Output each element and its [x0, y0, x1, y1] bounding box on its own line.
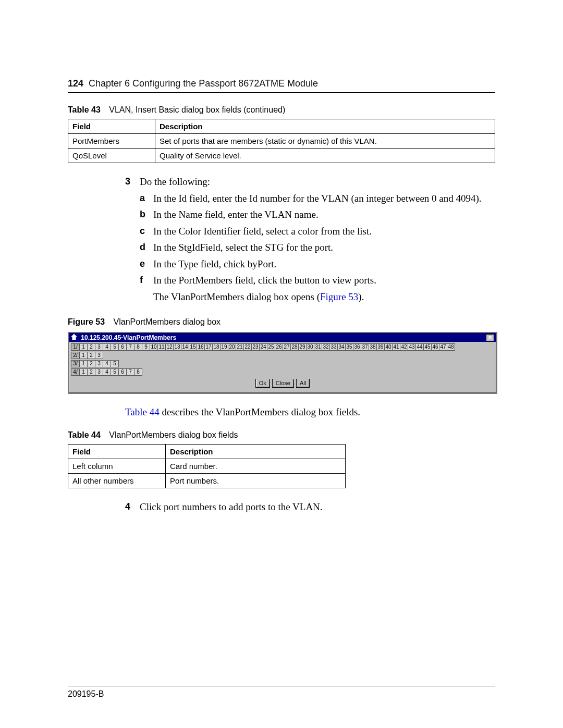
port-cell[interactable]: 28 [290, 343, 299, 351]
port-cell[interactable]: 18 [212, 343, 221, 351]
port-cell[interactable]: 17 [204, 343, 213, 351]
vlanportmembers-dialog: 10.125.200.45-VlanPortMembers ✕ 1/ 12345… [68, 332, 497, 394]
step-3b-text: In the Name field, enter the VLAN name. [153, 207, 319, 222]
port-cell[interactable]: 31 [314, 343, 322, 351]
table-row: All other numbers Port numbers. [68, 474, 346, 488]
port-cell[interactable]: 3 [95, 352, 103, 359]
port-cell[interactable]: 5 [111, 368, 119, 376]
step-3b-letter: b [140, 207, 153, 222]
port-cell[interactable]: 36 [353, 343, 361, 351]
port-cell[interactable]: 8 [134, 343, 142, 351]
port-cell[interactable]: 14 [181, 343, 189, 351]
port-cell[interactable]: 22 [243, 343, 252, 351]
dialog-body: 1/ 1234567891011121314151617181920212223… [69, 342, 496, 393]
dialog-buttons: Ok Close All [71, 377, 494, 390]
port-cell[interactable]: 11 [157, 343, 166, 351]
port-cell[interactable]: 7 [126, 368, 134, 376]
table-44-lead-in: Table 44 describes the VlanPortMembers d… [125, 406, 495, 418]
port-cell[interactable]: 25 [267, 343, 275, 351]
port-row-1: 1/ 1234567891011121314151617181920212223… [71, 343, 494, 351]
figure-53-caption-text: VlanPortMembers dialog box [114, 317, 221, 326]
port-cell[interactable]: 47 [439, 343, 447, 351]
port-cell[interactable]: 42 [400, 343, 408, 351]
port-cell[interactable]: 9 [142, 343, 150, 351]
table-44-r1c0: All other numbers [68, 474, 166, 488]
table-row: PortMembers Set of ports that are member… [68, 134, 495, 149]
port-cell[interactable]: 34 [337, 343, 346, 351]
running-head: 124 Chapter 6 Configuring the Passport 8… [68, 78, 495, 93]
port-cell[interactable]: 5 [111, 360, 119, 367]
port-cell[interactable]: 20 [228, 343, 236, 351]
step-3c-text: In the Color Identifier field, select a … [153, 224, 372, 239]
port-cell[interactable]: 3 [95, 360, 103, 367]
port-cell[interactable]: 12 [165, 343, 174, 351]
port-cell[interactable]: 5 [111, 343, 119, 351]
home-icon [71, 334, 77, 340]
port-cell[interactable]: 10 [150, 343, 158, 351]
port-cell[interactable]: 33 [329, 343, 338, 351]
port-cell[interactable]: 44 [415, 343, 424, 351]
dialog-title-left: 10.125.200.45-VlanPortMembers [71, 334, 176, 341]
figure-53-link[interactable]: Figure 53 [320, 291, 358, 302]
port-cell[interactable]: 2 [87, 360, 95, 367]
port-cell[interactable]: 2 [87, 368, 95, 376]
table-44-link[interactable]: Table 44 [125, 406, 160, 417]
step-4-number: 4 [125, 500, 140, 514]
table-43-r0c0: PortMembers [68, 134, 155, 149]
port-cell[interactable]: 21 [236, 343, 244, 351]
table-43: Field Description PortMembers Set of por… [68, 119, 495, 163]
dialog-title-text: 10.125.200.45-VlanPortMembers [81, 334, 176, 341]
port-cell[interactable]: 16 [197, 343, 205, 351]
port-cell[interactable]: 41 [392, 343, 400, 351]
table-43-r1c1: Quality of Service level. [155, 149, 495, 163]
port-row-3: 3/ 12345 [71, 360, 494, 367]
footer-doc-number: 209195-B [68, 689, 104, 699]
port-cell[interactable]: 1 [79, 343, 88, 351]
port-cell[interactable]: 8 [134, 368, 142, 376]
port-cell[interactable]: 15 [189, 343, 197, 351]
port-cell[interactable]: 13 [173, 343, 181, 351]
port-cell[interactable]: 26 [275, 343, 283, 351]
port-cell[interactable]: 6 [118, 368, 127, 376]
table-44-label: Table 44 [68, 430, 101, 439]
port-cell[interactable]: 30 [306, 343, 314, 351]
port-cell[interactable]: 40 [384, 343, 393, 351]
port-cell[interactable]: 1 [79, 368, 88, 376]
table-44-caption-text: VlanPortMembers dialog box fields [109, 430, 238, 439]
port-cell[interactable]: 27 [283, 343, 291, 351]
port-cell[interactable]: 35 [345, 343, 353, 351]
step-3-tail: The VlanPortMembers dialog box opens (Fi… [153, 290, 495, 304]
port-cell[interactable]: 45 [423, 343, 432, 351]
step-3c-letter: c [140, 224, 153, 239]
port-cell[interactable]: 6 [118, 343, 127, 351]
close-button[interactable]: Close [272, 379, 294, 388]
port-cell[interactable]: 29 [298, 343, 307, 351]
port-cell[interactable]: 23 [251, 343, 260, 351]
port-cell[interactable]: 3 [95, 368, 103, 376]
port-cell[interactable]: 46 [431, 343, 439, 351]
port-cell[interactable]: 32 [322, 343, 330, 351]
ok-button[interactable]: Ok [255, 379, 270, 388]
port-cell[interactable]: 19 [220, 343, 228, 351]
port-cell[interactable]: 37 [361, 343, 369, 351]
page-number: 124 [68, 78, 83, 89]
port-cell[interactable]: 3 [95, 343, 103, 351]
figure-53-caption: Figure 53 VlanPortMembers dialog box [68, 317, 495, 327]
port-row-2: 2/ 123 [71, 352, 494, 359]
port-cell[interactable]: 24 [259, 343, 267, 351]
port-cell[interactable]: 48 [447, 343, 455, 351]
port-cell[interactable]: 2 [87, 352, 95, 359]
port-cell[interactable]: 1 [79, 360, 88, 367]
port-cell[interactable]: 7 [126, 343, 134, 351]
step-3d-text: In the StgIdField, select the STG for th… [153, 240, 333, 255]
port-cell[interactable]: 1 [79, 352, 88, 359]
all-button[interactable]: All [296, 379, 310, 388]
port-cell[interactable]: 43 [408, 343, 416, 351]
port-cell[interactable]: 4 [103, 360, 111, 367]
close-icon[interactable]: ✕ [486, 334, 494, 341]
port-cell[interactable]: 4 [103, 368, 111, 376]
port-cell[interactable]: 38 [369, 343, 377, 351]
port-cell[interactable]: 39 [376, 343, 385, 351]
port-cell[interactable]: 2 [87, 343, 95, 351]
port-cell[interactable]: 4 [103, 343, 111, 351]
